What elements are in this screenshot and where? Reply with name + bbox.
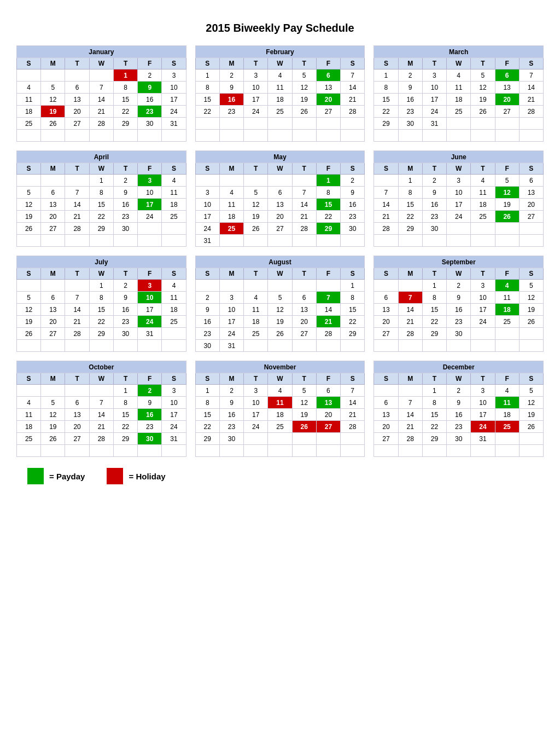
day-cell — [471, 118, 495, 130]
day-header: F — [138, 163, 162, 175]
day-cell: 29 — [422, 328, 446, 340]
month-name: July — [17, 256, 186, 268]
day-cell — [292, 175, 316, 187]
day-cell: 6 — [41, 292, 65, 304]
day-header: T — [244, 268, 268, 280]
day-cell: 7 — [374, 187, 398, 199]
day-cell: 11 — [268, 82, 292, 94]
day-cell: 22 — [374, 106, 398, 118]
day-cell: 19 — [519, 409, 543, 421]
day-cell: 13 — [495, 82, 519, 94]
month-name: December — [374, 361, 544, 373]
day-cell: 12 — [268, 304, 292, 316]
day-cell: 2 — [422, 175, 446, 187]
day-cell — [268, 118, 292, 130]
day-cell: 9 — [113, 292, 137, 304]
week-row: 3456789 — [195, 187, 365, 199]
day-cell — [398, 130, 422, 142]
day-cell: 3 — [219, 292, 243, 304]
day-cell: 4 — [495, 385, 519, 397]
day-cell: 11 — [162, 292, 186, 304]
day-cell: 29 — [422, 433, 446, 445]
day-cell: 17 — [138, 199, 162, 211]
day-cell: 20 — [41, 316, 65, 328]
day-header: T — [65, 373, 89, 385]
day-header: S — [374, 163, 398, 175]
day-cell — [471, 235, 495, 247]
day-cell: 26 — [292, 421, 316, 433]
day-header: T — [65, 268, 89, 280]
day-cell: 14 — [89, 409, 113, 421]
week-row: 25262728293031 — [17, 118, 186, 130]
day-header: S — [519, 58, 543, 70]
day-cell: 24 — [162, 421, 186, 433]
day-cell: 30 — [138, 433, 162, 445]
week-row: 15161718192021 — [195, 409, 365, 421]
week-row: 1 — [195, 280, 365, 292]
day-cell: 17 — [244, 409, 268, 421]
day-cell — [244, 235, 268, 247]
day-cell: 26 — [41, 433, 65, 445]
day-cell — [519, 130, 543, 142]
day-cell: 30 — [138, 118, 162, 130]
day-cell: 27 — [41, 223, 65, 235]
week-row: 11121314151617 — [17, 94, 186, 106]
day-cell: 2 — [398, 70, 422, 82]
day-cell: 18 — [447, 94, 471, 106]
day-header: F — [495, 373, 519, 385]
day-cell — [162, 445, 186, 457]
day-cell: 1 — [195, 385, 219, 397]
day-cell: 24 — [244, 106, 268, 118]
week-row: 20212223242526 — [374, 316, 544, 328]
day-cell: 12 — [519, 292, 543, 304]
day-header: W — [89, 268, 113, 280]
day-cell: 20 — [374, 316, 398, 328]
day-cell: 17 — [138, 304, 162, 316]
day-header: S — [341, 163, 365, 175]
day-cell: 15 — [89, 199, 113, 211]
day-header: M — [219, 373, 243, 385]
day-cell: 30 — [398, 118, 422, 130]
day-cell — [65, 175, 89, 187]
day-cell: 12 — [244, 199, 268, 211]
day-cell — [341, 235, 365, 247]
week-row: 2930 — [195, 433, 365, 445]
day-cell — [398, 235, 422, 247]
day-cell: 14 — [398, 304, 422, 316]
day-cell — [162, 130, 186, 142]
day-cell: 18 — [17, 106, 41, 118]
day-cell — [471, 340, 495, 352]
day-header: M — [398, 373, 422, 385]
day-cell — [162, 340, 186, 352]
day-header: S — [519, 268, 543, 280]
day-cell: 23 — [422, 211, 446, 223]
day-cell: 27 — [292, 328, 316, 340]
day-header: T — [471, 373, 495, 385]
month-table-march: MarchSMTWTFS1234567891011121314151617181… — [374, 45, 544, 142]
month-table-august: AugustSMTWTFS123456789101112131415161718… — [195, 256, 365, 352]
week-row — [17, 445, 186, 457]
day-cell — [292, 118, 316, 130]
day-header: T — [113, 268, 137, 280]
day-header: W — [89, 58, 113, 70]
day-cell: 5 — [41, 397, 65, 409]
day-cell: 31 — [162, 118, 186, 130]
day-cell: 29 — [89, 328, 113, 340]
day-cell: 4 — [162, 280, 186, 292]
day-cell: 17 — [471, 409, 495, 421]
week-row: 12345 — [374, 280, 544, 292]
day-cell — [41, 175, 65, 187]
day-cell — [41, 235, 65, 247]
day-cell: 24 — [195, 223, 219, 235]
day-cell: 26 — [17, 328, 41, 340]
day-cell — [138, 235, 162, 247]
day-cell: 12 — [292, 397, 316, 409]
day-cell — [292, 340, 316, 352]
day-cell: 11 — [471, 187, 495, 199]
day-cell — [41, 280, 65, 292]
day-cell: 11 — [219, 199, 243, 211]
day-cell — [65, 445, 89, 457]
month-name: April — [17, 151, 186, 163]
day-cell: 30 — [341, 223, 365, 235]
day-cell: 27 — [374, 433, 398, 445]
